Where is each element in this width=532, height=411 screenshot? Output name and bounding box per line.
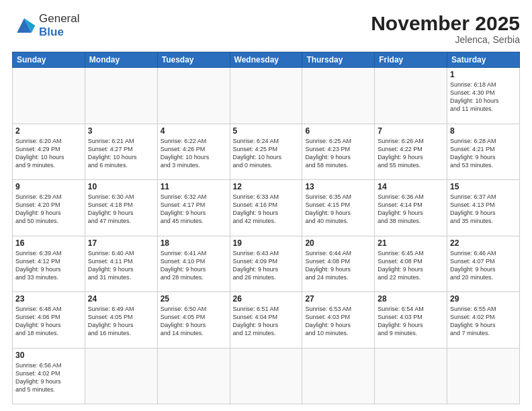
table-row (302, 68, 375, 124)
table-row: 22Sunrise: 6:46 AM Sunset: 4:07 PM Dayli… (447, 236, 520, 292)
table-row: 21Sunrise: 6:45 AM Sunset: 4:08 PM Dayli… (375, 236, 447, 292)
table-row: 26Sunrise: 6:51 AM Sunset: 4:04 PM Dayli… (230, 292, 302, 349)
generalblue-logo-icon (12, 13, 36, 38)
day-info: Sunrise: 6:33 AM Sunset: 4:16 PM Dayligh… (233, 193, 300, 226)
col-sunday: Sunday (13, 52, 85, 68)
table-row: 28Sunrise: 6:54 AM Sunset: 4:03 PM Dayli… (375, 292, 447, 349)
day-info: Sunrise: 6:26 AM Sunset: 4:22 PM Dayligh… (378, 137, 444, 170)
day-number: 14 (378, 182, 444, 191)
day-info: Sunrise: 6:53 AM Sunset: 4:03 PM Dayligh… (305, 305, 371, 338)
table-row: 13Sunrise: 6:35 AM Sunset: 4:15 PM Dayli… (302, 180, 375, 236)
day-info: Sunrise: 6:21 AM Sunset: 4:27 PM Dayligh… (88, 137, 154, 170)
day-number: 30 (15, 351, 82, 360)
col-saturday: Saturday (447, 52, 520, 68)
table-row: 9Sunrise: 6:29 AM Sunset: 4:20 PM Daylig… (13, 180, 85, 236)
table-row: 14Sunrise: 6:36 AM Sunset: 4:14 PM Dayli… (375, 180, 447, 236)
day-info: Sunrise: 6:32 AM Sunset: 4:17 PM Dayligh… (161, 193, 227, 226)
table-row: 7Sunrise: 6:26 AM Sunset: 4:22 PM Daylig… (375, 124, 447, 180)
day-number: 5 (233, 126, 300, 136)
calendar-table: Sunday Monday Tuesday Wednesday Thursday… (12, 52, 520, 404)
day-info: Sunrise: 6:36 AM Sunset: 4:14 PM Dayligh… (378, 193, 444, 226)
calendar-week-row: 2Sunrise: 6:20 AM Sunset: 4:29 PM Daylig… (13, 124, 520, 180)
day-number: 4 (161, 126, 227, 136)
table-row: 25Sunrise: 6:50 AM Sunset: 4:05 PM Dayli… (157, 292, 230, 349)
calendar-week-row: 1Sunrise: 6:18 AM Sunset: 4:30 PM Daylig… (13, 68, 520, 124)
day-info: Sunrise: 6:24 AM Sunset: 4:25 PM Dayligh… (233, 137, 300, 170)
page: General Blue November 2025 Jelenca, Serb… (0, 0, 532, 411)
day-number: 9 (15, 182, 82, 191)
table-row: 24Sunrise: 6:49 AM Sunset: 4:05 PM Dayli… (85, 292, 157, 349)
day-number: 24 (88, 294, 154, 304)
day-info: Sunrise: 6:25 AM Sunset: 4:23 PM Dayligh… (305, 137, 371, 170)
day-info: Sunrise: 6:39 AM Sunset: 4:12 PM Dayligh… (15, 249, 82, 282)
table-row: 29Sunrise: 6:55 AM Sunset: 4:02 PM Dayli… (447, 292, 520, 349)
table-row (157, 348, 230, 404)
day-number: 8 (450, 126, 517, 136)
table-row: 4Sunrise: 6:22 AM Sunset: 4:26 PM Daylig… (157, 124, 230, 180)
table-row: 3Sunrise: 6:21 AM Sunset: 4:27 PM Daylig… (85, 124, 157, 180)
title-block: November 2025 Jelenca, Serbia (371, 12, 520, 45)
day-info: Sunrise: 6:40 AM Sunset: 4:11 PM Dayligh… (88, 249, 154, 282)
table-row: 12Sunrise: 6:33 AM Sunset: 4:16 PM Dayli… (230, 180, 302, 236)
table-row: 10Sunrise: 6:30 AM Sunset: 4:18 PM Dayli… (85, 180, 157, 236)
day-number: 28 (378, 294, 444, 304)
calendar-week-row: 30Sunrise: 6:56 AM Sunset: 4:02 PM Dayli… (13, 348, 520, 404)
day-info: Sunrise: 6:45 AM Sunset: 4:08 PM Dayligh… (378, 249, 444, 282)
table-row: 16Sunrise: 6:39 AM Sunset: 4:12 PM Dayli… (13, 236, 85, 292)
day-info: Sunrise: 6:54 AM Sunset: 4:03 PM Dayligh… (378, 305, 444, 338)
day-info: Sunrise: 6:43 AM Sunset: 4:09 PM Dayligh… (233, 249, 300, 282)
table-row (375, 348, 447, 404)
day-number: 16 (15, 238, 82, 248)
calendar-week-row: 16Sunrise: 6:39 AM Sunset: 4:12 PM Dayli… (13, 236, 520, 292)
table-row (85, 68, 157, 124)
calendar-header-row: Sunday Monday Tuesday Wednesday Thursday… (13, 52, 520, 68)
table-row (13, 68, 85, 124)
col-tuesday: Tuesday (157, 52, 230, 68)
day-number: 25 (161, 294, 227, 304)
day-number: 26 (233, 294, 300, 304)
location: Jelenca, Serbia (371, 34, 520, 45)
day-number: 3 (88, 126, 154, 136)
day-number: 2 (15, 126, 82, 136)
day-number: 13 (305, 182, 371, 191)
day-info: Sunrise: 6:49 AM Sunset: 4:05 PM Dayligh… (88, 305, 154, 338)
table-row: 1Sunrise: 6:18 AM Sunset: 4:30 PM Daylig… (447, 68, 520, 124)
day-number: 7 (378, 126, 444, 136)
day-info: Sunrise: 6:55 AM Sunset: 4:02 PM Dayligh… (450, 305, 517, 338)
table-row (230, 68, 302, 124)
day-number: 17 (88, 238, 154, 248)
day-number: 10 (88, 182, 154, 191)
table-row: 2Sunrise: 6:20 AM Sunset: 4:29 PM Daylig… (13, 124, 85, 180)
day-number: 22 (450, 238, 517, 248)
day-number: 29 (450, 294, 517, 304)
day-number: 18 (161, 238, 227, 248)
table-row: 8Sunrise: 6:28 AM Sunset: 4:21 PM Daylig… (447, 124, 520, 180)
day-number: 20 (305, 238, 371, 248)
day-info: Sunrise: 6:41 AM Sunset: 4:10 PM Dayligh… (161, 249, 227, 282)
day-info: Sunrise: 6:56 AM Sunset: 4:02 PM Dayligh… (15, 361, 82, 394)
table-row: 19Sunrise: 6:43 AM Sunset: 4:09 PM Dayli… (230, 236, 302, 292)
col-wednesday: Wednesday (230, 52, 302, 68)
col-friday: Friday (375, 52, 447, 68)
day-info: Sunrise: 6:22 AM Sunset: 4:26 PM Dayligh… (161, 137, 227, 170)
calendar-week-row: 9Sunrise: 6:29 AM Sunset: 4:20 PM Daylig… (13, 180, 520, 236)
day-number: 19 (233, 238, 300, 248)
table-row: 5Sunrise: 6:24 AM Sunset: 4:25 PM Daylig… (230, 124, 302, 180)
logo: General Blue (12, 12, 79, 38)
calendar-week-row: 23Sunrise: 6:48 AM Sunset: 4:06 PM Dayli… (13, 292, 520, 349)
day-info: Sunrise: 6:30 AM Sunset: 4:18 PM Dayligh… (88, 193, 154, 226)
day-number: 21 (378, 238, 444, 248)
day-info: Sunrise: 6:51 AM Sunset: 4:04 PM Dayligh… (233, 305, 300, 338)
day-info: Sunrise: 6:50 AM Sunset: 4:05 PM Dayligh… (161, 305, 227, 338)
logo-text: General Blue (39, 12, 79, 38)
day-number: 12 (233, 182, 300, 191)
table-row: 20Sunrise: 6:44 AM Sunset: 4:08 PM Dayli… (302, 236, 375, 292)
day-info: Sunrise: 6:48 AM Sunset: 4:06 PM Dayligh… (15, 305, 82, 338)
table-row (302, 348, 375, 404)
day-info: Sunrise: 6:37 AM Sunset: 4:13 PM Dayligh… (450, 193, 517, 226)
table-row: 17Sunrise: 6:40 AM Sunset: 4:11 PM Dayli… (85, 236, 157, 292)
day-info: Sunrise: 6:28 AM Sunset: 4:21 PM Dayligh… (450, 137, 517, 170)
table-row: 23Sunrise: 6:48 AM Sunset: 4:06 PM Dayli… (13, 292, 85, 349)
day-number: 27 (305, 294, 371, 304)
table-row (230, 348, 302, 404)
